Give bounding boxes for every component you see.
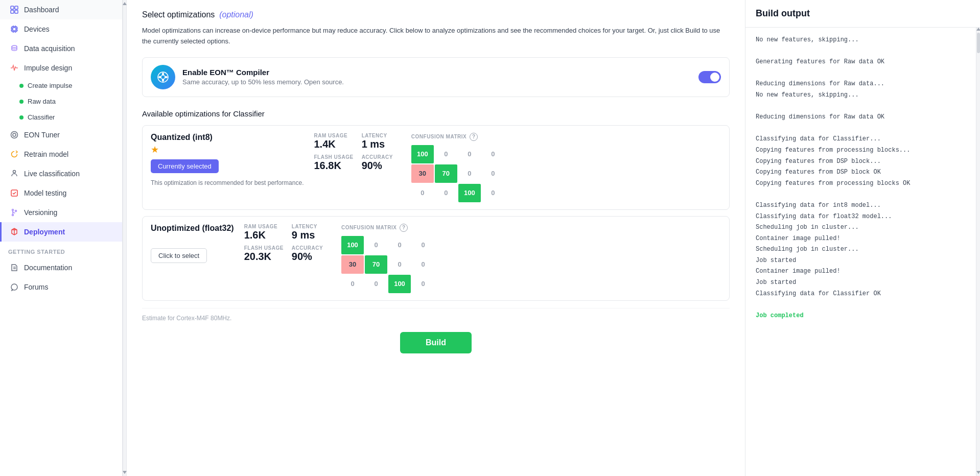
build-output-line [756,299,966,311]
optimization-card-quantized: Quantized (int8) ★ Currently selected Th… [142,125,730,210]
svg-point-34 [159,76,161,78]
sidebar-item-versioning[interactable]: Versioning [0,203,122,222]
accuracy-value: 90% [362,160,401,172]
flash-usage-label: FLASH USAGE [244,245,284,251]
scroll-down-icon[interactable] [123,471,127,474]
svg-rect-2 [11,10,14,13]
sidebar-item-documentation[interactable]: Documentation [0,258,122,277]
cm-cell: 0 [411,184,434,202]
eon-toggle[interactable] [698,71,721,83]
currently-selected-button[interactable]: Currently selected [151,159,219,173]
build-output-line: No new features, skipping... [756,90,966,101]
sidebar-item-label: Deployment [24,228,65,236]
confusion-matrix-unoptimized: CONFUSION MATRIX ? 100 0 0 0 30 70 0 0 0… [341,224,721,293]
svg-point-36 [162,79,164,81]
build-button[interactable]: Build [400,332,472,353]
sidebar-item-label: Data acquisition [24,44,75,53]
opt-name: Unoptimized (float32) [151,224,234,233]
sidebar-item-data-acquisition[interactable]: Data acquisition [0,39,122,58]
sidebar-item-forums[interactable]: Forums [0,277,122,297]
flash-usage-value: 16.8K [314,160,353,172]
flash-usage-block: FLASH USAGE 20.3K [244,245,284,263]
tuner-icon [10,130,19,139]
flash-usage-block: FLASH USAGE 16.8K [314,154,353,172]
help-icon[interactable]: ? [400,224,408,232]
ram-usage-value: 1.6K [244,229,284,241]
sidebar-item-label: EON Tuner [24,131,60,139]
eon-desc: Same accuracy, up to 50% less memory. Op… [182,78,691,86]
scroll-up-icon[interactable] [123,2,127,5]
cm-cell: 0 [388,255,411,274]
scroll-up-icon[interactable] [976,28,981,31]
sidebar-item-live-classification[interactable]: Live classification [0,164,122,183]
build-output-line: Scheduling job in cluster... [756,222,966,233]
build-output-line: Classifying data for float32 model... [756,211,966,223]
svg-point-14 [12,45,17,47]
sidebar-item-label: Model testing [24,189,66,197]
build-output-line: Copying features from DSP block... [756,156,966,168]
build-output-line: Copying features from processing blocks … [756,178,966,189]
build-output-line: Classifying data for Classifier... [756,134,966,145]
sidebar-item-retrain-model[interactable]: Retrain model [0,145,122,164]
confusion-grid-unoptimized: 100 0 0 0 30 70 0 0 0 0 100 0 [341,236,721,293]
build-output-line [756,189,966,200]
opt-left-quantized: Quantized (int8) ★ Currently selected Th… [151,133,304,187]
build-output-line: Reducing dimensions for Raw data OK [756,112,966,123]
svg-rect-1 [15,6,18,9]
confusion-header: CONFUSION MATRIX ? [411,133,721,141]
sidebar-item-eon-tuner[interactable]: EON Tuner [0,125,122,145]
build-output-line: Reducing dimensions for Raw data... [756,79,966,90]
star-icon: ★ [151,144,304,155]
sidebar-sub-item-classifier[interactable]: Classifier [0,109,122,125]
sidebar-item-model-testing[interactable]: Model testing [0,183,122,203]
build-output-content: No new features, skipping... Generating … [745,28,976,476]
scroll-down-icon[interactable] [976,471,980,474]
cm-cell: 100 [411,145,434,163]
svg-rect-3 [15,10,18,13]
estimate-note: Estimate for Cortex-M4F 80MHz. [142,308,730,322]
cm-cell: 0 [412,275,434,293]
sidebar-item-label: Versioning [24,208,57,217]
eon-icon [151,65,175,89]
click-to-select-button[interactable]: Click to select [151,248,207,263]
build-output-line: Generating features for Raw data OK [756,57,966,68]
build-output-line: No new features, skipping... [756,35,966,46]
main-content: Select optimizations (optional) Model op… [127,0,745,476]
activity-icon [10,63,19,73]
cm-cell: 0 [365,236,387,254]
sidebar-item-devices[interactable]: Devices [0,19,122,39]
opt-stats-unoptimized: RAM USAGE 1.6K LATENCY 9 ms FLASH USAGE … [244,224,331,263]
sidebar-sub-item-create-impulse[interactable]: Create impulse [0,78,122,93]
confusion-grid-quantized: 100 0 0 0 30 70 0 0 0 0 100 0 [411,145,721,202]
cm-cell: 100 [341,236,364,254]
book-icon [10,263,19,272]
accuracy-label: ACCURACY [362,154,401,160]
sidebar-item-label: Devices [24,25,50,33]
git-branch-icon [10,208,19,217]
eon-compiler-card: Enable EON™ Compiler Same accuracy, up t… [142,57,730,97]
sidebar-item-label: Dashboard [24,6,59,14]
build-output-line: Classifying data for int8 model... [756,200,966,211]
sidebar-item-label: Documentation [24,264,72,272]
cm-cell: 30 [341,255,364,274]
sidebar-item-label: Retrain model [24,150,68,158]
dot-icon [19,115,24,120]
scroll-thumb[interactable] [977,33,980,53]
sidebar-item-dashboard[interactable]: Dashboard [0,0,122,19]
section-description: Model optimizations can increase on-devi… [142,26,730,47]
cm-cell: 0 [482,164,504,183]
sidebar-item-deployment[interactable]: Deployment [0,222,122,242]
cm-cell: 0 [458,164,481,183]
sidebar-sub-label: Raw data [28,98,56,105]
eon-text: Enable EON™ Compiler Same accuracy, up t… [182,68,691,86]
sidebar-item-impulse-design[interactable]: Impulse design [0,58,122,78]
sidebar-scrollbar[interactable] [123,0,127,476]
right-scrollbar[interactable] [976,28,980,476]
svg-point-21 [15,210,17,212]
confusion-header: CONFUSION MATRIX ? [341,224,721,232]
sidebar-sub-item-raw-data[interactable]: Raw data [0,93,122,109]
svg-point-20 [12,215,14,216]
help-icon[interactable]: ? [470,133,478,141]
accuracy-value: 90% [292,251,331,263]
sidebar-sub-label: Create impulse [28,82,72,89]
